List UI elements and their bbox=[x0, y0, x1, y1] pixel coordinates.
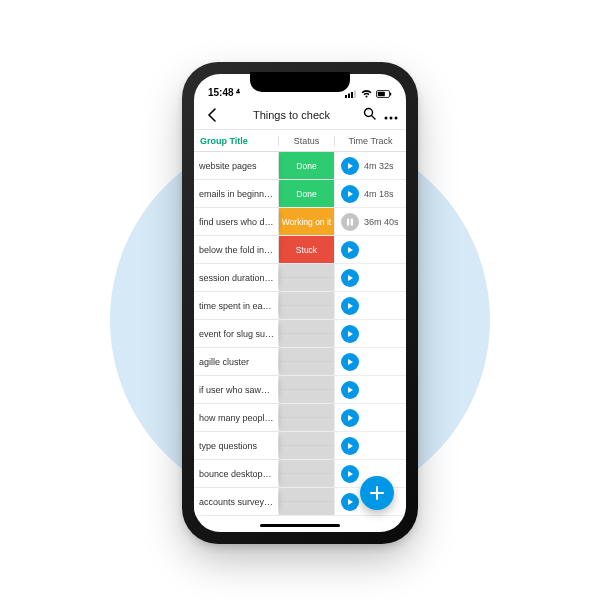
task-title[interactable]: time spent in ea… bbox=[194, 292, 278, 319]
task-title[interactable]: find users who d… bbox=[194, 208, 278, 235]
status-indicators bbox=[345, 90, 392, 98]
table-row[interactable]: agille cluster bbox=[194, 348, 406, 376]
task-title[interactable]: emails in beginn… bbox=[194, 180, 278, 207]
status-time: 15:48 ⁴ bbox=[208, 87, 240, 98]
play-icon bbox=[346, 246, 354, 254]
home-indicator[interactable] bbox=[260, 524, 340, 527]
table-row[interactable]: website pagesDone4m 32s bbox=[194, 152, 406, 180]
status-cell[interactable] bbox=[278, 264, 334, 291]
table-row[interactable]: find users who d…Working on it36m 40s bbox=[194, 208, 406, 236]
play-button[interactable] bbox=[341, 269, 359, 287]
play-button[interactable] bbox=[341, 157, 359, 175]
pause-icon bbox=[346, 218, 354, 226]
more-button[interactable] bbox=[384, 106, 398, 124]
time-cell bbox=[334, 264, 406, 291]
task-list[interactable]: website pagesDone4m 32semails in beginn…… bbox=[194, 152, 406, 516]
play-icon bbox=[346, 498, 354, 506]
table-row[interactable]: event for slug su… bbox=[194, 320, 406, 348]
task-title[interactable]: website pages bbox=[194, 152, 278, 179]
table-row[interactable]: time spent in ea… bbox=[194, 292, 406, 320]
svg-rect-3 bbox=[354, 91, 356, 99]
status-cell[interactable]: Stuck bbox=[278, 236, 334, 263]
status-cell[interactable]: Done bbox=[278, 152, 334, 179]
status-cell[interactable] bbox=[278, 320, 334, 347]
play-button[interactable] bbox=[341, 353, 359, 371]
play-icon bbox=[346, 470, 354, 478]
nav-bar: Things to check bbox=[194, 100, 406, 130]
play-button[interactable] bbox=[341, 493, 359, 511]
page-title: Things to check bbox=[226, 109, 357, 121]
play-button[interactable] bbox=[341, 409, 359, 427]
svg-rect-13 bbox=[351, 218, 353, 225]
task-title[interactable]: if user who saw… bbox=[194, 376, 278, 403]
play-button[interactable] bbox=[341, 297, 359, 315]
wifi-icon bbox=[361, 90, 372, 98]
phone-screen: 15:48 ⁴ Things to check Group bbox=[194, 74, 406, 532]
svg-rect-1 bbox=[348, 94, 350, 99]
task-title[interactable]: type questions bbox=[194, 432, 278, 459]
svg-rect-12 bbox=[347, 218, 349, 225]
time-cell bbox=[334, 348, 406, 375]
svg-point-10 bbox=[390, 116, 393, 119]
signal-icon bbox=[345, 90, 357, 98]
play-icon bbox=[346, 190, 354, 198]
status-cell[interactable] bbox=[278, 460, 334, 487]
time-cell: 36m 40s bbox=[334, 208, 406, 235]
play-icon bbox=[346, 442, 354, 450]
time-value: 36m 40s bbox=[364, 217, 399, 227]
table-row[interactable]: how many peopl… bbox=[194, 404, 406, 432]
time-cell bbox=[334, 292, 406, 319]
search-button[interactable] bbox=[363, 106, 376, 124]
table-row[interactable]: below the fold in…Stuck bbox=[194, 236, 406, 264]
table-row[interactable]: session duration… bbox=[194, 264, 406, 292]
task-title[interactable]: how many peopl… bbox=[194, 404, 278, 431]
status-cell[interactable] bbox=[278, 432, 334, 459]
svg-rect-0 bbox=[345, 95, 347, 98]
svg-point-11 bbox=[395, 116, 398, 119]
task-title[interactable]: bounce desktop… bbox=[194, 460, 278, 487]
battery-icon bbox=[376, 90, 392, 98]
table-row[interactable]: emails in beginn…Done4m 18s bbox=[194, 180, 406, 208]
status-cell[interactable]: Working on it bbox=[278, 208, 334, 235]
task-title[interactable]: agille cluster bbox=[194, 348, 278, 375]
pause-button[interactable] bbox=[341, 213, 359, 231]
play-icon bbox=[346, 302, 354, 310]
task-title[interactable]: accounts survey… bbox=[194, 488, 278, 515]
chevron-left-icon bbox=[207, 108, 216, 122]
play-button[interactable] bbox=[341, 185, 359, 203]
table-row[interactable]: if user who saw… bbox=[194, 376, 406, 404]
phone-frame: 15:48 ⁴ Things to check Group bbox=[184, 64, 416, 542]
time-value: 4m 32s bbox=[364, 161, 394, 171]
header-status[interactable]: Status bbox=[278, 136, 334, 146]
header-time-tracking[interactable]: Time Track bbox=[334, 136, 406, 146]
add-button[interactable] bbox=[360, 476, 394, 510]
time-cell bbox=[334, 376, 406, 403]
play-button[interactable] bbox=[341, 437, 359, 455]
task-title[interactable]: event for slug su… bbox=[194, 320, 278, 347]
status-cell[interactable]: Done bbox=[278, 180, 334, 207]
status-cell[interactable] bbox=[278, 376, 334, 403]
header-group-title[interactable]: Group Title bbox=[194, 136, 278, 146]
status-cell[interactable] bbox=[278, 488, 334, 515]
task-title[interactable]: session duration… bbox=[194, 264, 278, 291]
time-cell: 4m 18s bbox=[334, 180, 406, 207]
play-button[interactable] bbox=[341, 325, 359, 343]
svg-rect-5 bbox=[378, 92, 385, 96]
play-icon bbox=[346, 274, 354, 282]
svg-rect-6 bbox=[390, 93, 391, 96]
back-button[interactable] bbox=[202, 108, 220, 122]
status-cell[interactable] bbox=[278, 292, 334, 319]
task-title[interactable]: below the fold in… bbox=[194, 236, 278, 263]
search-icon bbox=[363, 107, 376, 120]
play-icon bbox=[346, 330, 354, 338]
table-row[interactable]: type questions bbox=[194, 432, 406, 460]
play-button[interactable] bbox=[341, 381, 359, 399]
more-icon bbox=[384, 116, 398, 120]
play-button[interactable] bbox=[341, 465, 359, 483]
status-cell[interactable] bbox=[278, 348, 334, 375]
svg-point-9 bbox=[385, 116, 388, 119]
play-icon bbox=[346, 414, 354, 422]
svg-line-8 bbox=[372, 115, 376, 119]
status-cell[interactable] bbox=[278, 404, 334, 431]
play-button[interactable] bbox=[341, 241, 359, 259]
